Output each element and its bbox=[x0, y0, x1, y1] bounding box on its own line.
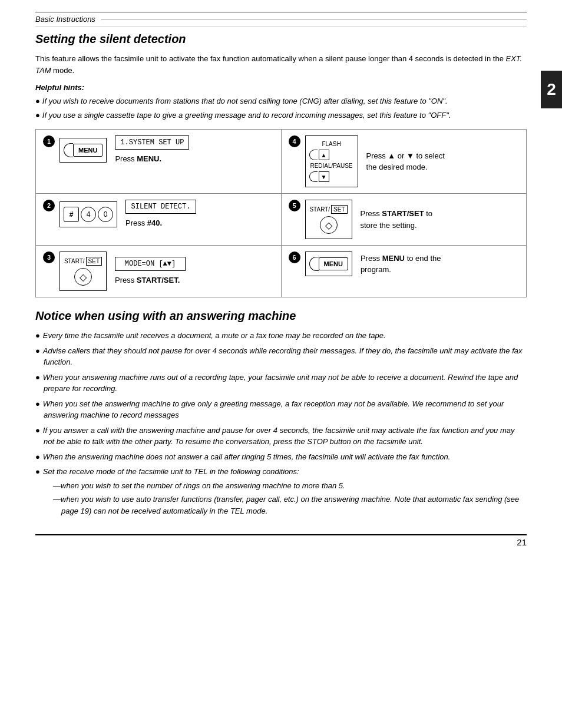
step-3-instruction: Press START/SET. bbox=[115, 274, 186, 286]
notice-item-3: When your answering machine runs out of … bbox=[35, 372, 527, 395]
step-3-display: MODE=ON [▲▼] bbox=[115, 257, 186, 271]
notice-item-5: If you answer a call with the answering … bbox=[35, 425, 527, 448]
notice-list: Every time the facsimile unit receives a… bbox=[35, 330, 527, 517]
hint-item-2: If you use a single cassette tape to giv… bbox=[35, 110, 527, 121]
step-3-diagram: START/SET ◇ bbox=[59, 252, 107, 291]
section1-intro: This feature allows the facsimile unit t… bbox=[35, 53, 527, 76]
step-4-number: 4 bbox=[289, 135, 300, 147]
step-2-number: 2 bbox=[43, 200, 55, 211]
step-4-diagram: FLASH ▲ REDIAL/PAUSE ▼ bbox=[305, 135, 358, 187]
notice-item-7: Set the receive mode of the facsimile un… bbox=[35, 466, 527, 517]
step-2-diagram: # 4 0 bbox=[59, 201, 117, 227]
notice-dash-2: —when you wish to use auto transfer func… bbox=[53, 494, 527, 517]
step-5-instruction: Press START/SET tostore the setting. bbox=[361, 208, 433, 231]
step-6-instruction: Press MENU to end theprogram. bbox=[361, 253, 441, 276]
step-1-diagram: MENU bbox=[59, 138, 107, 163]
step-5-number: 5 bbox=[289, 200, 300, 211]
step-4-instruction: Press ▲ or ▼ to selectthe desired mode. bbox=[366, 150, 445, 173]
notice-item-1: Every time the facsimile unit receives a… bbox=[35, 330, 527, 342]
step-1-display: 1.SYSTEM SET UP bbox=[115, 135, 189, 150]
hint-item-1: If you wish to receive documents from st… bbox=[35, 95, 527, 107]
step-6-number: 6 bbox=[289, 252, 300, 263]
section1-title: Setting the silent detection bbox=[35, 32, 527, 46]
helpful-hints-title: Helpful hints: bbox=[35, 83, 527, 92]
notice-dash-1: —when you wish to set the number of ring… bbox=[53, 480, 527, 492]
notice-item-2: Advise callers that they should not paus… bbox=[35, 345, 527, 368]
step-2-instruction: Press #40. bbox=[125, 217, 196, 229]
step-5-diagram: START/SET ◇ bbox=[305, 200, 352, 239]
notice-item-6: When the answering machine does not answ… bbox=[35, 451, 527, 463]
step-6-diagram: MENU bbox=[305, 252, 352, 276]
notice-item-4: When you set the answering machine to gi… bbox=[35, 398, 527, 421]
step-1-instruction: Press MENU. bbox=[115, 153, 189, 165]
page-number: 21 bbox=[517, 537, 527, 547]
hints-list: If you wish to receive documents from st… bbox=[35, 95, 527, 121]
steps-grid: 1 MENU 1.SYSTEM SET UP bbox=[35, 129, 527, 297]
breadcrumb: Basic Instructions bbox=[35, 15, 95, 24]
step-2-display: SILENT DETECT. bbox=[125, 200, 196, 214]
step-3-number: 3 bbox=[43, 252, 55, 263]
step-1-number: 1 bbox=[43, 135, 55, 147]
chapter-tab: 2 bbox=[541, 71, 562, 108]
section2-title: Notice when using with an answering mach… bbox=[35, 309, 527, 323]
